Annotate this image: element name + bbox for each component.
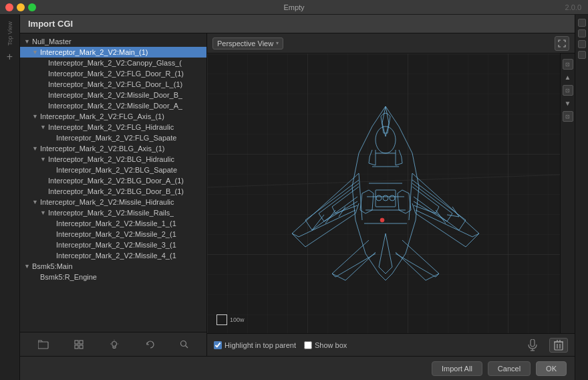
tree-item[interactable]: Interceptor_Mark_2_V2:BLG_Door_B_(1) (20, 186, 206, 197)
tree-item[interactable]: Interceptor_Mark_2_V2:Missile_3_(1 (20, 240, 206, 250)
expand-icon: ▼ (24, 263, 31, 270)
svg-line-33 (447, 215, 459, 217)
showbox-checkbox-item[interactable]: Show box (304, 341, 347, 349)
svg-rect-0 (38, 342, 48, 349)
search-button[interactable] (178, 338, 191, 351)
close-button[interactable] (5, 3, 13, 11)
version-label: 2.0.0 (565, 3, 581, 11)
add-panel-button[interactable]: + (7, 51, 13, 63)
top-view-label: Top View (7, 21, 13, 45)
scale-indicator: 100w (216, 314, 245, 325)
expand-icon: ▼ (40, 156, 47, 163)
svg-rect-4 (80, 345, 83, 349)
gizmo-up-arrow[interactable]: ▲ (565, 74, 571, 81)
view-select-label: Perspective View (217, 39, 273, 48)
ok-button[interactable]: OK (536, 361, 567, 376)
tree-item-label: Interceptor_Mark_2_V2:BLG_Axis_(1) (40, 145, 164, 153)
scale-box (216, 314, 227, 325)
svg-rect-3 (75, 345, 78, 349)
tree-item[interactable]: ▼Interceptor_Mark_2_V2:FLG_Axis_(1) (20, 111, 206, 122)
tree-scroll-area[interactable]: ▼Null_Master▼Interceptor_Mark_2_V2:Main_… (20, 33, 206, 332)
tree-item[interactable]: Interceptor_Mark_2_V2:BLG_Door_A_(1) (20, 175, 206, 186)
gizmo-down-arrow[interactable]: ▼ (565, 100, 571, 107)
tree-item-label: Interceptor_Mark_2_V2:FLG_Door_L_(1) (48, 80, 182, 88)
gizmo-mid-button[interactable]: ⊡ (563, 85, 573, 96)
tree-item[interactable]: Interceptor_Mark_2_V2:Missile_Door_B_ (20, 90, 206, 100)
tree-item-label: Interceptor_Mark_2_V2:Missile_Rails_ (48, 209, 174, 217)
tree-item[interactable]: ▼Null_Master (20, 36, 206, 47)
cancel-button[interactable]: Cancel (488, 361, 531, 376)
tree-item[interactable]: Bsmk5:R_Engine (20, 272, 206, 282)
tree-item[interactable]: ▼Bsmk5:Main (20, 261, 206, 272)
tree-item[interactable]: ▼Interceptor_Mark_2_V2:Main_(1) (20, 47, 206, 58)
tree-item[interactable]: Interceptor_Mark_2_V2:Missile_2_(1 (20, 229, 206, 240)
tree-item[interactable]: ▼Interceptor_Mark_2_V2:Missile_Rails_ (20, 207, 206, 218)
viewport-bottom-bar: Highlight in top parent Show box (207, 333, 575, 356)
tree-item[interactable]: Interceptor_Mark_2_V2:BLG_Sapate (20, 165, 206, 175)
tree-item-label: Interceptor_Mark_2_V2:Missile_Door_B_ (48, 91, 182, 99)
right-indicator-1[interactable] (578, 19, 586, 27)
right-indicator-2[interactable] (578, 29, 586, 37)
tree-item-label: Interceptor_Mark_2_V2:BLG_Door_A_(1) (48, 177, 184, 185)
tree-item[interactable]: Interceptor_Mark_2_V2:FLG_Door_R_(1) (20, 68, 206, 79)
expand-icon: ▼ (32, 113, 39, 120)
svg-point-16 (376, 126, 396, 153)
tree-item[interactable]: Interceptor_Mark_2_V2:Missile_4_(1 (20, 250, 206, 261)
tree-item-label: Null_Master (32, 37, 71, 45)
svg-rect-39 (555, 342, 563, 350)
right-indicator-3[interactable] (578, 40, 586, 48)
trash-button[interactable] (549, 338, 568, 353)
dialog-titlebar: Import CGI (20, 15, 575, 33)
tree-item-label: Interceptor_Mark_2_V2:FLG_Hidraulic (48, 123, 174, 131)
svg-rect-23 (376, 190, 396, 207)
tree-item-label: Interceptor_Mark_2_V2:BLG_Door_B_(1) (48, 187, 184, 195)
tree-item[interactable]: ▼Interceptor_Mark_2_V2:BLG_Axis_(1) (20, 143, 206, 154)
refresh-button[interactable] (142, 337, 158, 353)
viewport-expand-button[interactable] (555, 36, 569, 51)
svg-point-26 (390, 195, 395, 201)
tree-item[interactable]: Interceptor_Mark_2_V2:Canopy_Glass_( (20, 58, 206, 68)
expand-icon: ▼ (32, 199, 39, 205)
scale-text: 100w (230, 316, 245, 323)
tree-item-label: Interceptor_Mark_2_V2:Canopy_Glass_( (48, 59, 182, 67)
import-all-button[interactable]: Import All (432, 361, 482, 376)
tree-item-label: Interceptor_Mark_2_V2:FLG_Axis_(1) (40, 112, 164, 120)
svg-rect-36 (531, 339, 535, 347)
tree-item[interactable]: ▼Interceptor_Mark_2_V2:Missile_Hidraulic (20, 197, 206, 207)
view-select[interactable]: Perspective View ▾ (212, 37, 283, 50)
gizmo-top-button[interactable]: ⊡ (563, 59, 573, 70)
tree-item-label: Bsmk5:Main (32, 262, 73, 270)
tree-item-label: Interceptor_Mark_2_V2:Missile_3_(1 (56, 241, 176, 249)
gizmo-bottom-button[interactable]: ⊡ (563, 111, 573, 122)
dialog-footer: Import All Cancel OK (20, 356, 575, 380)
tree-item-label: Interceptor_Mark_2_V2:Missile_1_(1 (56, 219, 176, 227)
tree-item[interactable]: Interceptor_Mark_2_V2:FLG_Sapate (20, 132, 206, 143)
viewport-header: Perspective View ▾ (207, 33, 575, 54)
tree-item[interactable]: ▼Interceptor_Mark_2_V2:BLG_Hidraulic (20, 154, 206, 165)
3d-grid: 100w (207, 54, 575, 333)
left-outer-panel: Top View + (0, 15, 20, 380)
expand-icon: ▼ (24, 38, 31, 45)
minimize-button[interactable] (17, 3, 25, 11)
grid-button[interactable] (71, 337, 87, 353)
tree-item-label: Interceptor_Mark_2_V2:BLG_Sapate (56, 166, 177, 174)
tree-item-label: Interceptor_Mark_2_V2:FLG_Door_R_(1) (48, 70, 184, 78)
viewport-canvas[interactable]: 100w ⊡ ▲ ⊡ ▼ ⊡ (207, 54, 575, 333)
dialog-body: ▼Null_Master▼Interceptor_Mark_2_V2:Main_… (20, 33, 575, 356)
tree-item[interactable]: Interceptor_Mark_2_V2:FLG_Door_L_(1) (20, 79, 206, 90)
mic-icon[interactable] (524, 338, 541, 353)
highlight-checkbox[interactable] (214, 341, 222, 349)
tree-item[interactable]: Interceptor_Mark_2_V2:Missile_Door_A_ (20, 100, 206, 111)
svg-line-29 (325, 210, 335, 223)
right-indicator-4[interactable] (578, 51, 586, 59)
tree-item[interactable]: ▼Interceptor_Mark_2_V2:FLG_Hidraulic (20, 122, 206, 132)
showbox-checkbox[interactable] (304, 341, 312, 349)
folder-button[interactable] (35, 337, 51, 353)
highlight-checkbox-item[interactable]: Highlight in top parent (214, 341, 296, 349)
maximize-button[interactable] (28, 3, 36, 11)
tree-item-label: Interceptor_Mark_2_V2:Missile_2_(1 (56, 230, 176, 238)
tree-item[interactable]: Interceptor_Mark_2_V2:Missile_1_(1 (20, 218, 206, 229)
svg-point-10 (181, 341, 186, 346)
light-button[interactable] (106, 337, 122, 353)
svg-rect-2 (80, 341, 83, 344)
